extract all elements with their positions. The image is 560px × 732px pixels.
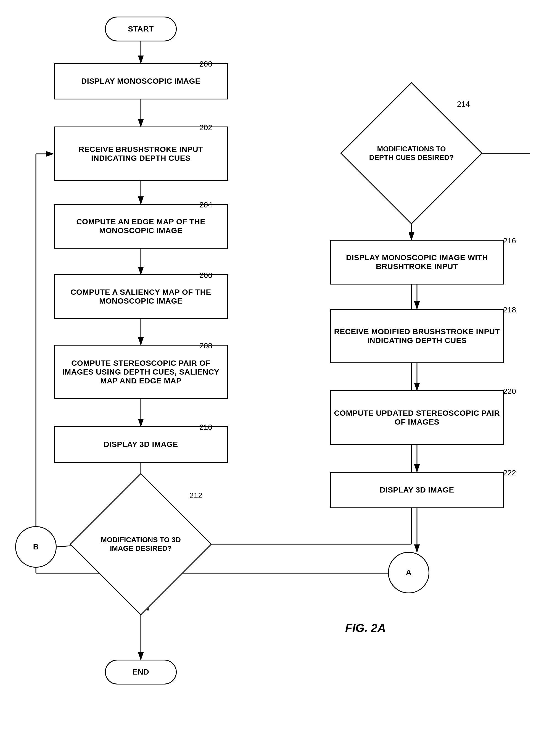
ref-206: 206 xyxy=(199,271,212,280)
node-220: COMPUTE UPDATED STEREOSCOPIC PAIR OF IMA… xyxy=(330,390,504,445)
ref-216: 216 xyxy=(503,236,516,245)
node-202: RECEIVE BRUSHSTROKE INPUT INDICATING DEP… xyxy=(54,126,228,181)
node-204: COMPUTE AN EDGE MAP OF THE MONOSCOPIC IM… xyxy=(54,204,228,248)
ref-208: 208 xyxy=(199,341,212,350)
node-222: DISPLAY 3D IMAGE xyxy=(330,472,504,508)
ref-204: 204 xyxy=(199,200,212,209)
node-206: COMPUTE A SALIENCY MAP OF THE MONOSCOPIC… xyxy=(54,274,228,319)
ref-200: 200 xyxy=(199,60,212,68)
ref-210: 210 xyxy=(199,423,212,432)
circle-a: A xyxy=(388,552,429,593)
diamond-212-text: MODIFICATIONS TO 3D IMAGE DESIRED? xyxy=(91,494,191,595)
ref-218: 218 xyxy=(503,305,516,314)
end-node: END xyxy=(105,660,177,685)
ref-222: 222 xyxy=(503,469,516,477)
diagram-container: N Y Y N START DISPLAY MONOSCOP xyxy=(0,0,560,732)
start-node: START xyxy=(105,17,177,41)
circle-b: B xyxy=(15,526,57,568)
figure-label: FIG. 2A xyxy=(345,622,386,635)
node-216: DISPLAY MONOSCOPIC IMAGE WITH BRUSHTROKE… xyxy=(330,240,504,284)
diamond-214-text: MODIFICATIONS TO DEPTH CUES DESIRED? xyxy=(361,103,462,203)
ref-220: 220 xyxy=(503,387,516,396)
node-208: COMPUTE STEREOSCOPIC PAIR OF IMAGES USIN… xyxy=(54,345,228,399)
ref-214: 214 xyxy=(457,100,470,109)
ref-202: 202 xyxy=(199,123,212,132)
node-218: RECEIVE MODIFIED BRUSHSTROKE INPUT INDIC… xyxy=(330,309,504,363)
ref-212: 212 xyxy=(189,491,202,500)
